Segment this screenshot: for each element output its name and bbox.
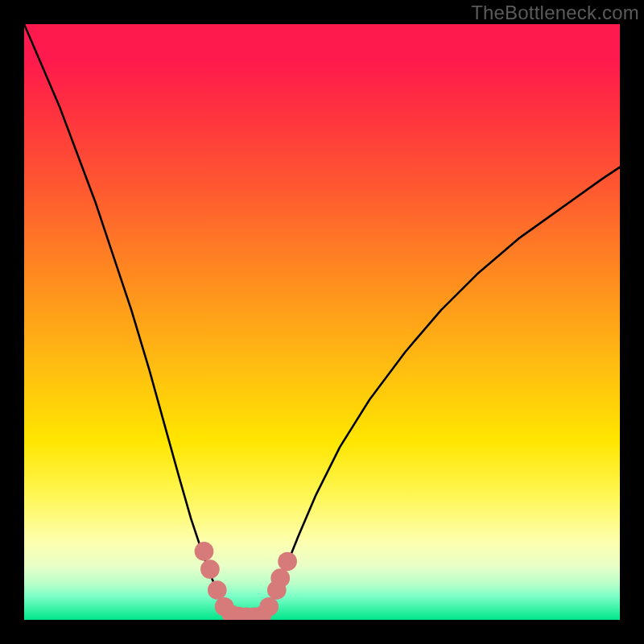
chart-stage: TheBottleneck.com — [0, 0, 644, 644]
series-left-branch — [24, 24, 233, 617]
marker-group — [195, 542, 297, 620]
marker-point-2 — [208, 580, 227, 600]
curve-layer — [24, 24, 620, 620]
series-right-branch — [262, 167, 620, 617]
watermark-text: TheBottleneck.com — [471, 2, 639, 24]
marker-point-1 — [200, 559, 220, 579]
marker-point-9 — [259, 597, 279, 617]
plot-area — [24, 24, 620, 620]
marker-point-0 — [195, 542, 214, 561]
series-group — [24, 24, 620, 617]
marker-point-11 — [270, 568, 290, 588]
marker-point-12 — [278, 552, 297, 572]
